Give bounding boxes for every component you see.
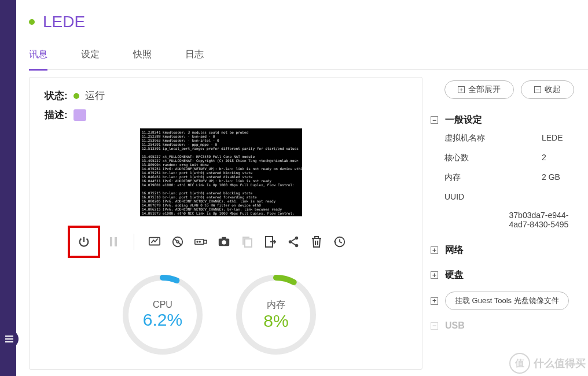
kv-vmname-v: LEDE [542,133,563,143]
export-icon[interactable] [264,235,277,248]
memory-gauge: 内存 8% [233,272,319,357]
disc-icon[interactable] [171,235,184,248]
cpu-value: 6.2% [143,310,182,330]
display-icon[interactable] [148,235,161,248]
tab-log[interactable]: 日志 [185,49,204,69]
mount-guest-tools-button[interactable]: 挂载 Guest Tools 光盘镜像文件 [445,292,569,310]
vm-toolbar [68,226,407,258]
section-disk-title: 硬盘 [445,269,464,281]
svg-point-4 [177,241,179,243]
svg-rect-0 [110,237,112,246]
running-dot [74,93,79,99]
memory-value: 8% [263,311,288,331]
expand-icon: + [431,246,438,254]
svg-rect-6 [204,240,207,243]
section-network-title: 网络 [445,244,464,256]
cpu-gauge: CPU 6.2% [120,272,205,357]
history-icon[interactable] [333,235,346,248]
kv-cores-k: 核心数 [444,153,542,163]
collapse-all-button[interactable]: − 收起 [521,80,574,99]
watermark: 值 什么值得买 [509,353,586,374]
svg-point-10 [222,240,226,244]
expand-all-button[interactable]: + 全部展开 [444,80,514,99]
collapse-all-label: 收起 [545,84,561,95]
memory-label: 内存 [267,299,285,311]
expand-icon: − [431,322,438,330]
description-label: 描述 [45,108,68,121]
copy-icon[interactable] [241,235,253,248]
kv-vmname-k: 虚拟机名称 [444,133,542,143]
cpu-label: CPU [153,300,172,310]
tab-snapshot[interactable]: 快照 [133,49,152,69]
left-rail [0,0,16,376]
expand-icon: + [431,297,438,305]
camera-icon[interactable] [218,235,230,248]
section-general-title: 一般设定 [445,114,482,126]
collapse-icon: − [431,116,438,124]
plus-icon: + [458,86,465,93]
section-network[interactable]: + 网络 [431,242,588,259]
svg-point-7 [197,241,198,242]
section-usb[interactable]: − USB [431,318,588,333]
kv-mem-k: 内存 [444,172,542,183]
console-preview[interactable]: 11.238241 kmodloader: 3 modules could no… [140,128,302,216]
tab-settings[interactable]: 设定 [81,49,100,69]
trash-icon[interactable] [310,235,323,248]
watermark-text: 什么值得买 [534,356,586,370]
section-disk[interactable]: + 硬盘 [431,267,588,283]
pause-icon[interactable] [107,235,120,248]
power-button-highlight [68,226,100,258]
section-general[interactable]: − 一般设定 [431,112,588,128]
tab-info[interactable]: 讯息 [29,49,47,71]
rail-menu-toggle[interactable] [0,330,19,348]
page-title: LEDE [43,13,85,31]
status-value: 运行 [85,89,105,102]
svg-rect-12 [245,239,252,247]
svg-rect-11 [222,237,226,239]
kv-mem-v: 2 GB [542,172,560,183]
toolbar-separator [134,234,134,250]
usb-icon[interactable] [194,235,207,248]
svg-rect-1 [115,237,117,246]
kv-uuid2-k [444,211,509,229]
section-usb-title: USB [445,320,465,331]
kv-uuid2-v: 37b03da7-e944-4ad7-8430-5495 [509,211,588,229]
minus-icon: − [534,86,541,93]
power-icon[interactable] [78,235,90,248]
info-panel: 状态 运行 描述 11.238241 kmodloader: 3 modules… [29,77,422,370]
tabs-bar: 讯息 设定 快照 日志 [29,49,588,70]
kv-cores-v: 2 [542,153,546,163]
status-label: 状态 [45,89,68,102]
svg-point-8 [199,241,200,242]
status-dot [29,19,35,25]
comment-icon[interactable] [74,109,86,121]
kv-uuid-k: UUID [444,192,542,201]
expand-all-label: 全部展开 [468,84,501,95]
expand-icon: + [431,271,438,279]
share-icon[interactable] [287,235,300,248]
watermark-icon: 值 [509,353,530,374]
details-panel: + 全部展开 − 收起 − 一般设定 虚拟机名称LEDE 核心数2 内存 [422,77,588,370]
